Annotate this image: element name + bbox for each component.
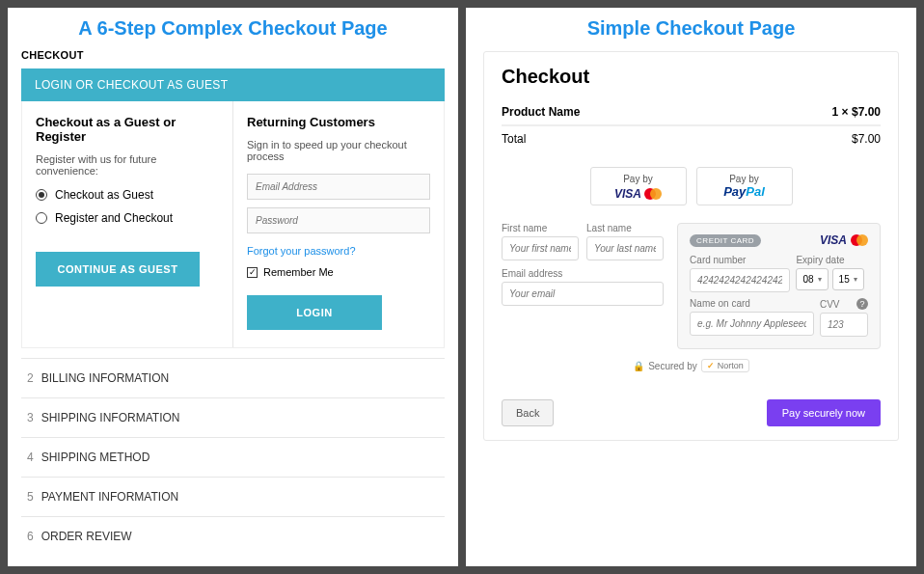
last-name-input[interactable] xyxy=(586,236,664,260)
step-1-body: Checkout as a Guest or Register Register… xyxy=(21,101,445,348)
radio-icon xyxy=(36,212,47,224)
chevron-down-icon: ▾ xyxy=(854,275,857,284)
returning-subtext: Sign in to speed up your checkout proces… xyxy=(247,139,430,162)
email-input-right[interactable] xyxy=(502,282,664,306)
checkbox-icon: ✓ xyxy=(247,267,258,278)
radio-icon xyxy=(36,189,47,201)
credit-card-box: CREDIT CARD VISA Card number xyxy=(677,223,881,349)
back-button[interactable]: Back xyxy=(502,399,554,426)
radio-register-checkout[interactable]: Register and Checkout xyxy=(36,211,219,225)
checkout-heading: Checkout xyxy=(502,66,881,88)
order-total: Total $7.00 xyxy=(502,125,881,151)
expiry-label: Expiry date xyxy=(796,255,868,265)
order-line: Product Name 1 × $7.00 xyxy=(502,99,881,125)
complex-checkout-panel: A 6-Step Complex Checkout Page CHECKOUT … xyxy=(8,8,458,566)
checkout-card: Checkout Product Name 1 × $7.00 Total $7… xyxy=(483,51,899,441)
forgot-password-link[interactable]: Forgot your password? xyxy=(247,245,356,257)
norton-badge: ✓Norton xyxy=(701,359,749,372)
name-on-card-label: Name on card xyxy=(690,298,814,309)
guest-heading: Checkout as a Guest or Register xyxy=(36,115,219,144)
product-qty-price: 1 × $7.00 xyxy=(832,105,881,119)
total-value: $7.00 xyxy=(852,132,881,146)
expiry-month-select[interactable]: 08▾ xyxy=(796,268,828,290)
cvv-input[interactable] xyxy=(820,313,868,337)
mastercard-icon xyxy=(851,234,868,246)
radio-checkout-guest[interactable]: Checkout as Guest xyxy=(36,188,219,202)
expiry-year-select[interactable]: 15▾ xyxy=(832,268,864,290)
payment-method-options: Pay by VISA Pay by PayPal xyxy=(502,167,881,205)
pay-securely-button[interactable]: Pay securely now xyxy=(767,399,881,426)
login-button[interactable]: LOGIN xyxy=(247,295,382,330)
check-icon: ✓ xyxy=(707,361,715,370)
pay-by-card-option[interactable]: Pay by VISA xyxy=(590,167,687,205)
step-2-header[interactable]: 2BILLING INFORMATION xyxy=(21,358,445,397)
continue-as-guest-button[interactable]: CONTINUE AS GUEST xyxy=(36,252,200,287)
pay-by-paypal-option[interactable]: Pay by PayPal xyxy=(696,167,793,205)
step-4-header[interactable]: 4SHIPPING METHOD xyxy=(21,437,445,477)
breadcrumb: CHECKOUT xyxy=(21,45,445,68)
simple-checkout-panel: Simple Checkout Page Checkout Product Na… xyxy=(466,8,916,566)
last-name-label: Last name xyxy=(586,223,664,233)
visa-icon: VISA xyxy=(820,233,847,247)
returning-column: Returning Customers Sign in to speed up … xyxy=(232,101,444,347)
step-6-header[interactable]: 6ORDER REVIEW xyxy=(21,516,445,556)
chevron-down-icon: ▾ xyxy=(818,275,822,284)
email-input[interactable] xyxy=(247,174,430,200)
step-5-header[interactable]: 5PAYMENT INFORMATION xyxy=(21,477,445,516)
name-on-card-input[interactable] xyxy=(690,312,814,336)
card-number-label: Card number xyxy=(690,255,790,265)
password-input[interactable] xyxy=(247,207,430,233)
paypal-icon: PayPal xyxy=(701,184,788,199)
credit-card-badge: CREDIT CARD xyxy=(690,234,761,247)
left-title: A 6-Step Complex Checkout Page xyxy=(8,8,458,45)
first-name-label: First name xyxy=(502,223,579,233)
cvv-label: CVV? xyxy=(820,298,868,310)
pay-by-label: Pay by xyxy=(595,174,682,184)
step-1-header[interactable]: LOGIN OR CHECKOUT AS GUEST xyxy=(21,68,445,101)
lock-icon: 🔒 xyxy=(633,361,644,371)
pay-by-label: Pay by xyxy=(701,174,788,184)
radio-label: Checkout as Guest xyxy=(55,188,153,202)
first-name-input[interactable] xyxy=(502,236,579,260)
product-name: Product Name xyxy=(502,105,580,119)
mastercard-icon xyxy=(644,188,662,200)
guest-column: Checkout as a Guest or Register Register… xyxy=(22,101,232,347)
total-label: Total xyxy=(502,132,526,146)
action-bar: Back Pay securely now xyxy=(484,390,898,440)
radio-label: Register and Checkout xyxy=(55,211,173,225)
remember-me-checkbox[interactable]: ✓ Remember Me xyxy=(247,266,430,278)
email-label: Email address xyxy=(502,268,664,279)
help-icon[interactable]: ? xyxy=(856,298,868,310)
guest-subtext: Register with us for future convenience: xyxy=(36,153,219,177)
card-number-input[interactable] xyxy=(690,268,790,292)
checkout-form: First name Last name Email address xyxy=(502,223,881,349)
secured-by-row: 🔒 Secured by ✓Norton xyxy=(502,359,881,372)
right-title: Simple Checkout Page xyxy=(466,8,916,45)
visa-icon: VISA xyxy=(614,187,641,201)
secured-by-label: Secured by xyxy=(648,361,697,371)
returning-heading: Returning Customers xyxy=(247,115,430,129)
checkbox-label: Remember Me xyxy=(263,266,334,278)
step-3-header[interactable]: 3SHIPPING INFORMATION xyxy=(21,397,445,437)
